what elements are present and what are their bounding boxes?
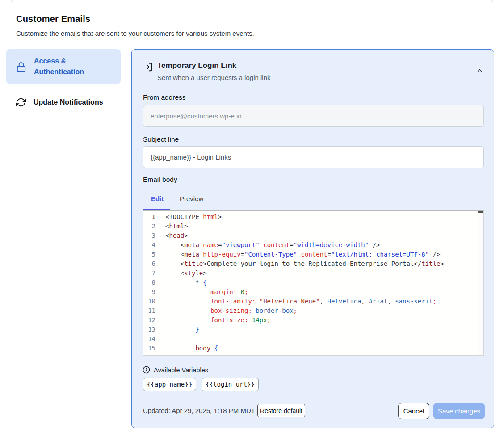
line-number: 8	[143, 278, 163, 287]
code-line[interactable]: 9 margin: 0;	[143, 287, 483, 297]
code-line[interactable]: 3<head>	[143, 231, 483, 240]
line-number: 6	[143, 259, 163, 269]
code-line[interactable]: 5 <meta http-equiv="Content-Type" conten…	[143, 250, 483, 259]
code-line[interactable]: 1<!DOCTYPE html>	[143, 212, 483, 222]
variable-chip-login-url[interactable]: {{login_url}}	[202, 378, 259, 391]
log-in-icon	[143, 62, 153, 74]
email-body-label: Email body	[143, 176, 177, 184]
subject-line-input[interactable]	[143, 146, 484, 168]
cancel-button[interactable]: Cancel	[398, 403, 429, 419]
code-line[interactable]: 12 font-size: 14px;	[143, 316, 483, 325]
subject-line-label: Subject line	[143, 135, 179, 143]
line-number: 2	[143, 222, 163, 231]
line-number: 14	[143, 334, 163, 344]
code-line[interactable]: 7 <style>	[143, 269, 483, 278]
temporary-login-link-card: Temporary Login Link Sent when a user re…	[131, 49, 494, 428]
editor-scrollbar[interactable]	[478, 211, 483, 355]
line-number: 13	[143, 325, 163, 334]
line-number: 11	[143, 306, 163, 316]
previous-card-edge	[10, 0, 494, 2]
variable-chip-app-name[interactable]: {{app_name}}	[143, 378, 196, 391]
from-address-label: From address	[143, 93, 186, 101]
line-number: 12	[143, 316, 163, 325]
page-title: Customer Emails	[16, 14, 90, 24]
code-line[interactable]: 16 background-color: #ffffff;	[143, 353, 483, 356]
code-line[interactable]: 6 <title>Complete your login to the Repl…	[143, 259, 483, 269]
from-address-input	[143, 105, 484, 127]
sidebar-item-update-notifications[interactable]: Update Notifications	[6, 92, 121, 113]
sidebar-item-access-authentication[interactable]: Access & Authentication	[6, 49, 121, 84]
chevron-up-icon	[476, 67, 483, 76]
info-icon	[143, 366, 150, 375]
save-changes-button[interactable]: Save changes	[433, 403, 485, 419]
available-variables-label: Available Variables	[154, 366, 208, 374]
restore-default-button[interactable]: Restore default	[257, 404, 305, 417]
code-line[interactable]: 14	[143, 334, 483, 344]
last-updated-text: Updated: Apr 29, 2025, 1:18 PM MDT	[143, 407, 255, 414]
tab-edit[interactable]: Edit	[151, 195, 164, 202]
line-number: 7	[143, 269, 163, 278]
indent-guide	[196, 287, 196, 355]
code-line[interactable]: 2<html>	[143, 222, 483, 231]
line-number: 3	[143, 231, 163, 240]
code-line[interactable]: 11 box-sizing: border-box;	[143, 306, 483, 316]
tab-preview[interactable]: Preview	[180, 195, 203, 202]
line-number: 16	[143, 353, 163, 356]
editor-scrollbar-thumb[interactable]	[478, 211, 484, 213]
sidebar-item-label: Access & Authentication	[34, 56, 114, 77]
line-number: 10	[143, 297, 163, 306]
line-number: 5	[143, 250, 163, 259]
section-title: Temporary Login Link	[157, 61, 236, 70]
code-lines: 1<!DOCTYPE html>2<html>3<head>4 <meta na…	[143, 212, 483, 356]
email-body-code-editor[interactable]: 1<!DOCTYPE html>2<html>3<head>4 <meta na…	[143, 210, 484, 356]
code-line[interactable]: 4 <meta name="viewport" content="width=d…	[143, 240, 483, 250]
code-line[interactable]: 15 body {	[143, 344, 483, 353]
line-number: 4	[143, 240, 163, 250]
refresh-icon	[16, 97, 26, 107]
lock-icon	[16, 62, 26, 72]
line-number: 1	[143, 212, 163, 222]
line-number: 9	[143, 287, 163, 297]
indent-guide	[181, 278, 181, 355]
collapse-section-button[interactable]	[473, 66, 486, 76]
sidebar-item-label: Update Notifications	[34, 97, 103, 108]
section-subtitle: Sent when a user requests a login link	[157, 74, 270, 81]
code-line[interactable]: 10 font-family: "Helvetica Neue", Helvet…	[143, 297, 483, 306]
page-subtitle: Customize the emails that are sent to yo…	[16, 29, 254, 37]
code-line[interactable]: 13 }	[143, 325, 483, 334]
line-number: 15	[143, 344, 163, 353]
code-line[interactable]: 8 * {	[143, 278, 483, 287]
